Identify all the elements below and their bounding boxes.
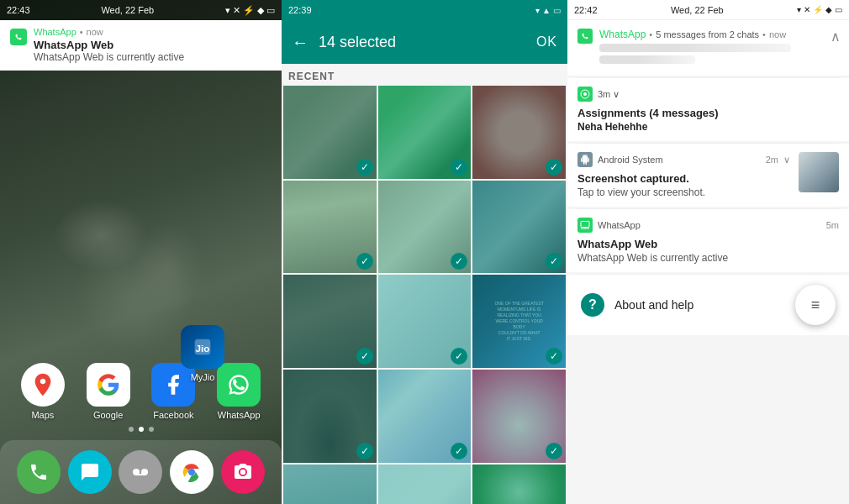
screenshot-content: Android System 2m ∨ Screenshot captured.… — [577, 152, 790, 198]
photo-12[interactable]: ✓ — [472, 370, 566, 463]
notif-text: WhatsApp Web is currently active — [34, 51, 272, 63]
assignments-time: 3m ∨ — [598, 89, 839, 100]
wa-top-dot: • — [649, 29, 652, 39]
home-date: Wed, 22 Feb — [101, 5, 154, 15]
screenshot-notif[interactable]: Android System 2m ∨ Screenshot captured.… — [567, 144, 849, 207]
myjio-label: MyJio — [191, 372, 215, 382]
notifications-panel: 22:42 Wed, 22 Feb ▾ ✕ ⚡ ◆ ▭ WhatsApp • 5… — [567, 0, 849, 504]
notifs-statusbar: 22:42 Wed, 22 Feb ▾ ✕ ⚡ ◆ ▭ — [567, 0, 849, 20]
dock-phone[interactable] — [17, 450, 61, 494]
notifs-date: Wed, 22 Feb — [671, 5, 724, 15]
ok-button[interactable]: OK — [536, 34, 557, 50]
photo-grid: ✓ ✓ ✓ ✓ ✓ ✓ ✓ ✓ — [282, 86, 567, 504]
selected-count: 14 selected — [319, 34, 526, 51]
photo-picker: 22:39 ▾ ▲ ▭ ← 14 selected OK RECENT ✓ ✓ … — [282, 0, 567, 504]
photo-13[interactable]: ✓ — [283, 465, 377, 504]
screenshot-header: Android System 2m ∨ — [577, 152, 790, 167]
tablet-icon: ▭ — [266, 5, 275, 16]
wa-web-header: WhatsApp 5m — [577, 218, 839, 233]
assignments-message: Neha Hehehhe — [577, 121, 839, 133]
photo-5[interactable]: ✓ — [378, 181, 472, 274]
screenshot-title: Screenshot captured. — [577, 172, 790, 185]
screenshot-thumbnail — [799, 152, 839, 192]
whatsapp-top-content: WhatsApp • 5 messages from 2 chats • now — [599, 29, 839, 67]
signal-bars-icon: ▲ — [542, 6, 551, 15]
assignments-sender: Neha — [577, 121, 602, 133]
about-help-section[interactable]: ? About and help ≡ — [567, 275, 849, 335]
blurred-msg-1 — [599, 44, 791, 52]
photo-4[interactable]: ✓ — [283, 181, 377, 274]
expand-button[interactable]: ∧ — [831, 29, 841, 45]
back-button[interactable]: ← — [292, 33, 308, 52]
app-myjio[interactable]: Jio MyJio — [181, 325, 224, 382]
photo-10[interactable]: ✓ — [283, 370, 377, 463]
location-icon: ◆ — [257, 5, 264, 16]
battery-icon: ▭ — [553, 6, 561, 15]
n-wifi-icon: ▾ — [797, 5, 801, 14]
svg-text:Jio: Jio — [196, 343, 210, 354]
photo-6[interactable]: ✓ — [472, 181, 566, 274]
wifi-signal-icon: ▾ — [535, 6, 540, 15]
wa-top-dot2: • — [762, 29, 766, 39]
myjio-icon: Jio — [181, 325, 224, 369]
photos-status-left: 22:39 — [288, 5, 312, 15]
n-tab-icon: ▭ — [835, 5, 842, 14]
whatsapp-label: WhatsApp — [218, 410, 261, 420]
wa-web-icon — [577, 218, 593, 233]
dot-1 — [129, 427, 134, 432]
dock-messages[interactable] — [68, 450, 112, 494]
svg-point-5 — [188, 469, 195, 475]
about-help-label: About and help — [614, 298, 785, 312]
whatsapp-notification[interactable]: WhatsApp • now WhatsApp Web WhatsApp Web… — [0, 20, 282, 71]
photos-toolbar: ← 14 selected OK — [282, 20, 567, 64]
home-statusbar: 22:43 Wed, 22 Feb ▾ ✕ ⚡ ◆ ▭ — [0, 0, 282, 20]
dock-voicemail[interactable] — [119, 450, 162, 494]
menu-fab-button[interactable]: ≡ — [795, 285, 836, 325]
assignments-header: 3m ∨ — [577, 87, 839, 102]
photo-7[interactable]: ✓ — [283, 275, 377, 368]
android-app-name: Android System — [598, 155, 761, 165]
n-loc-icon: ◆ — [825, 5, 832, 14]
dot-2 — [139, 427, 144, 432]
home-status-icons: ▾ ✕ ⚡ ◆ ▭ — [225, 5, 275, 16]
wa-web-title: WhatsApp Web — [577, 238, 839, 250]
photo-14[interactable]: ✓ — [378, 465, 472, 504]
notif-dot: • — [80, 27, 83, 37]
whatsapp-notif-content: WhatsApp • now WhatsApp Web WhatsApp Web… — [34, 27, 272, 63]
svg-point-7 — [583, 92, 587, 96]
photo-3[interactable]: ✓ — [472, 86, 566, 179]
dock-camera[interactable] — [221, 450, 265, 494]
assignments-notif[interactable]: 3m ∨ Assignments (4 messages) Neha Heheh… — [567, 78, 849, 141]
wa-web-appname: WhatsApp — [598, 220, 821, 230]
assignments-chevron: ∨ — [613, 89, 620, 99]
wa-web-text: WhatsApp Web is currently active — [577, 252, 839, 264]
n-signal-icon: ✕ — [804, 5, 810, 14]
recent-label: RECENT — [282, 64, 567, 86]
android-time: 2m — [766, 155, 778, 165]
google-label: Google — [93, 410, 123, 420]
photos-time: 22:39 — [288, 5, 312, 15]
help-icon: ? — [581, 293, 604, 317]
notifs-status-icons: ▾ ✕ ⚡ ◆ ▭ — [797, 5, 842, 14]
menu-icon: ≡ — [811, 297, 820, 314]
assignments-icon — [577, 87, 593, 102]
wa-web-time: 5m — [826, 220, 839, 230]
android-chevron: ∨ — [783, 155, 790, 165]
whatsapp-web-notif[interactable]: WhatsApp 5m WhatsApp Web WhatsApp Web is… — [567, 209, 849, 272]
screenshot-text: Tap to view your screenshot. — [577, 186, 790, 198]
svg-rect-4 — [136, 474, 145, 475]
photo-15[interactable]: ✓ — [472, 465, 566, 504]
photos-status-right: ▾ ▲ ▭ — [535, 6, 561, 15]
whatsapp-group-notif[interactable]: WhatsApp • 5 messages from 2 chats • now… — [567, 20, 849, 76]
photo-11[interactable]: ✓ — [378, 370, 472, 463]
bluetooth-icon: ⚡ — [243, 5, 255, 16]
photo-8[interactable]: ✓ — [378, 275, 472, 368]
photo-1[interactable]: ✓ — [283, 86, 377, 179]
photo-2[interactable]: ✓ — [378, 86, 472, 179]
notif-time: now — [87, 27, 103, 37]
facebook-label: Facebook — [153, 410, 193, 420]
dot-3 — [149, 427, 154, 432]
dock-chrome[interactable] — [170, 450, 214, 494]
assignments-title: Assignments (4 messages) — [577, 107, 839, 119]
photo-9[interactable]: ONE OF THE GREATESTMOMENTUMS LIFE ISREAL… — [472, 275, 566, 368]
